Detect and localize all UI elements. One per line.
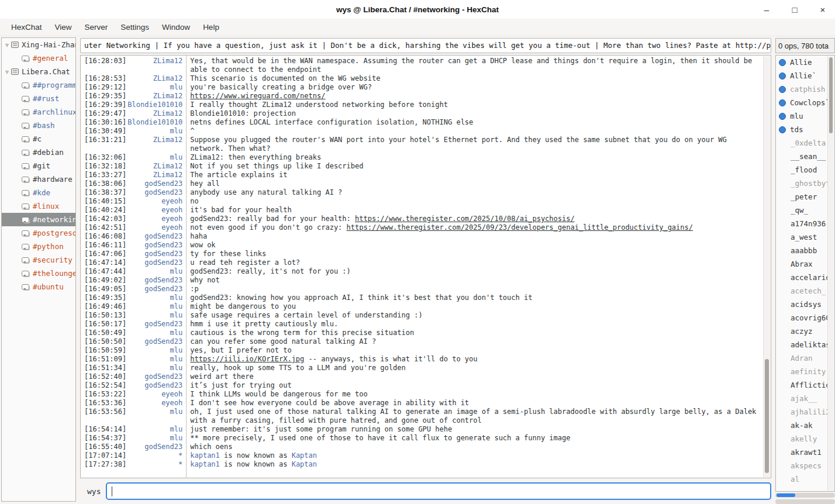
message-link[interactable]: https://www.theregister.com/2025/10/08/a… <box>355 215 575 223</box>
message-nick[interactable]: mlu <box>126 346 186 355</box>
user-row-abrax[interactable]: Abrax <box>776 257 834 271</box>
message-nick[interactable]: mlu <box>126 153 186 162</box>
message-nick[interactable]: godSend23 <box>126 188 186 197</box>
message-nick[interactable]: mlu <box>126 408 186 425</box>
message-nick[interactable]: godSend23 <box>126 258 186 267</box>
message-nick[interactable]: mlu <box>126 329 186 337</box>
tree-item-programmi[interactable]: ##programmi <box>2 78 75 92</box>
user-row-al[interactable]: al <box>776 472 834 486</box>
message-nick[interactable]: ZLima12 <box>126 74 186 83</box>
message-nick[interactable]: mlu <box>126 127 186 136</box>
user-row-akak[interactable]: ak-ak <box>776 419 834 432</box>
message-nick[interactable]: godSend23 <box>126 372 186 381</box>
user-row-qw[interactable]: _qw_ <box>776 203 834 217</box>
message-nick[interactable]: godSend23 <box>126 381 186 390</box>
user-row-acidsys[interactable]: acidsys <box>776 298 834 311</box>
message-nick[interactable]: godSend23 <box>126 232 186 241</box>
message-nick[interactable]: eyeoh <box>126 223 186 232</box>
expander-icon[interactable]: ▽ <box>3 42 11 48</box>
nick-reference[interactable]: kaptan1 <box>190 451 220 460</box>
user-row-acetech[interactable]: acetech_ <box>776 284 834 298</box>
message-nick[interactable]: mlu <box>126 425 186 434</box>
message-nick[interactable]: godSend23 <box>126 443 186 451</box>
tree-item-archlinux[interactable]: #archlinux <box>2 105 75 119</box>
tree-item-hardware[interactable]: #hardware <box>2 172 75 186</box>
tree-item-networking[interactable]: #networking <box>2 213 75 226</box>
message-nick[interactable]: eyeoh <box>126 215 186 223</box>
user-row-aefinity[interactable]: aefinity <box>776 365 834 378</box>
tree-item-c[interactable]: #c <box>2 132 75 146</box>
message-input[interactable] <box>107 484 770 499</box>
message-nick[interactable]: eyeoh <box>126 399 186 408</box>
tree-item-xinghaizhan[interactable]: ▽Xing-Hai-Zhan <box>2 38 75 51</box>
message-nick[interactable]: ZLima12 <box>126 136 186 153</box>
event-star[interactable]: * <box>126 451 186 460</box>
user-row-awest[interactable]: a_west <box>776 230 834 244</box>
chat-scrollbar-handle[interactable] <box>765 359 769 472</box>
message-nick[interactable]: godSend23 <box>126 285 186 294</box>
message-nick[interactable]: eyeoh <box>126 206 186 215</box>
userlist-splitter[interactable] <box>771 36 775 504</box>
message-nick[interactable]: godSend23 <box>126 241 186 250</box>
menu-view[interactable]: View <box>50 20 77 34</box>
menu-settings[interactable]: Settings <box>115 20 154 34</box>
message-link[interactable]: https://iili.io/KOrIErX.jpg <box>190 355 304 363</box>
message-nick[interactable]: mlu <box>126 302 186 311</box>
message-nick[interactable]: ZLima12 <box>126 171 186 179</box>
message-nick[interactable]: godSend23 <box>126 320 186 329</box>
user-row-peter[interactable]: _peter <box>776 190 834 203</box>
user-row-flood[interactable]: _flood <box>776 163 834 177</box>
chat-scrollbar[interactable] <box>763 56 770 477</box>
expander-icon[interactable]: ▽ <box>3 69 11 75</box>
menu-hexchat[interactable]: HexChat <box>6 20 47 34</box>
user-row-afflictio[interactable]: Afflictio <box>776 378 834 392</box>
message-nick[interactable]: ZLima12 <box>126 109 186 118</box>
user-row-acovrig60[interactable]: acovrig60 <box>776 311 834 325</box>
menu-window[interactable]: Window <box>157 20 195 34</box>
menu-server[interactable]: Server <box>80 20 113 34</box>
message-nick[interactable]: eyeoh <box>126 197 186 206</box>
user-row-tds[interactable]: tds <box>776 123 834 136</box>
user-row-aaabbb[interactable]: aaabbb <box>776 244 834 257</box>
message-link[interactable]: https://www.wireguard.com/netns/ <box>190 92 325 100</box>
user-row-accelario[interactable]: accelario <box>776 271 834 284</box>
message-nick[interactable]: eyeoh <box>126 390 186 399</box>
message-nick[interactable]: ZLima12 <box>126 162 186 171</box>
userlist-scrollbar[interactable] <box>827 56 834 491</box>
tree-item-python[interactable]: #python <box>2 240 75 253</box>
user-row-ajhalili2[interactable]: ajhalili2 <box>776 405 834 419</box>
message-nick[interactable]: Blondie101010 <box>126 118 186 127</box>
user-row-0xdelta[interactable]: _0xdelta <box>776 136 834 150</box>
user-row-aczyz[interactable]: aczyz <box>776 325 834 338</box>
message-nick[interactable]: godSend23 <box>126 250 186 258</box>
tree-item-rust[interactable]: ##rust <box>2 92 75 105</box>
user-row-sean[interactable]: __sean__ <box>776 150 834 163</box>
message-link[interactable]: https://www.theregister.com/2025/09/23/d… <box>347 223 693 232</box>
message-nick[interactable]: mlu <box>126 355 186 364</box>
tree-item-security[interactable]: #security <box>2 253 75 267</box>
minimize-icon[interactable]: – <box>760 3 773 16</box>
tree-item-liberachat[interactable]: ▽Libera.Chat <box>2 65 75 78</box>
message-nick[interactable]: godSend23 <box>126 276 186 285</box>
user-row-allie[interactable]: Allie <box>776 56 834 69</box>
nick-reference[interactable]: Kaptan <box>292 451 317 460</box>
message-nick[interactable]: mlu <box>126 434 186 443</box>
message-nick[interactable]: mlu <box>126 267 186 276</box>
user-row-allie[interactable]: Allie` <box>776 69 834 82</box>
tree-item-postgresql[interactable]: #postgresql <box>2 226 75 240</box>
message-nick[interactable]: godSend23 <box>126 337 186 346</box>
message-nick[interactable]: mlu <box>126 311 186 320</box>
user-row-cowclops[interactable]: Cowclops` <box>776 96 834 109</box>
user-row-akspecs[interactable]: akspecs <box>776 459 834 472</box>
user-row-akelly[interactable]: akelly <box>776 432 834 446</box>
message-nick[interactable]: mlu <box>126 83 186 92</box>
menu-help[interactable]: Help <box>198 20 225 34</box>
tree-item-linux[interactable]: #linux <box>2 199 75 213</box>
message-nick[interactable]: godSend23 <box>126 179 186 188</box>
user-row-catphish[interactable]: catphish <box>776 82 834 96</box>
user-row-ajak[interactable]: ajak__ <box>776 392 834 405</box>
message-nick[interactable]: ZLima12 <box>126 92 186 101</box>
tree-item-general[interactable]: #general <box>2 51 75 65</box>
userlist-hscrollbar[interactable] <box>775 493 835 498</box>
tree-item-kde[interactable]: #kde <box>2 186 75 199</box>
